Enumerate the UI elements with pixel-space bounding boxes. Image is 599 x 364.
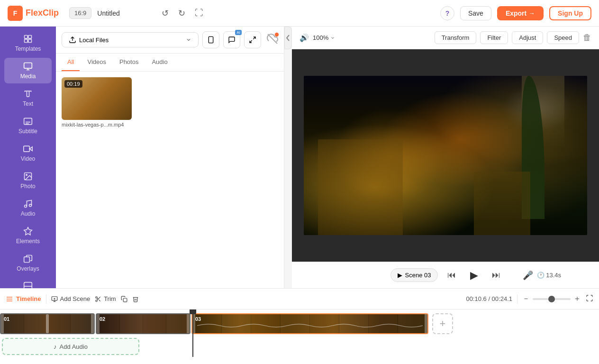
text-icon xyxy=(23,89,33,99)
fullscreen-media-button[interactable] xyxy=(244,31,261,48)
audio-icon xyxy=(23,199,33,209)
panel-collapse-button[interactable] xyxy=(284,27,292,49)
undo-button[interactable]: ↺ xyxy=(160,6,171,20)
time-display: 🕐 13.4s xyxy=(537,272,561,279)
clip-01[interactable]: 01 xyxy=(0,313,95,334)
scene-label: Scene 03 xyxy=(405,272,431,279)
preview-canvas xyxy=(292,49,599,262)
media-thumbnail: 00:19 xyxy=(62,77,132,120)
filter-button[interactable]: Filter xyxy=(480,31,508,44)
clip-01-handle-right[interactable] xyxy=(91,314,94,333)
ratio-badge[interactable]: 16:9 xyxy=(69,7,91,19)
music-note-icon: ♪ xyxy=(54,343,57,350)
export-button[interactable]: Export → xyxy=(497,6,544,20)
delete-button[interactable]: 🗑 xyxy=(583,33,591,43)
playhead-handle[interactable] xyxy=(190,309,196,314)
sidebar-item-media[interactable]: Media xyxy=(4,58,52,83)
preview-toolbar: 🔊 100% Transform Filter Adjust Speed 🗑 xyxy=(292,27,599,49)
sidebar-item-photo[interactable]: Photo xyxy=(4,168,52,193)
playhead[interactable] xyxy=(192,311,193,357)
sidebar-item-templates[interactable]: Templates xyxy=(4,30,52,56)
timeline-toolbar: Timeline Add Scene Trim 00:10.6 / 00:24.… xyxy=(0,289,599,309)
adjust-button[interactable]: Adjust xyxy=(512,31,543,44)
svg-line-33 xyxy=(99,300,100,301)
clip-01-label: 01 xyxy=(4,316,9,322)
svg-rect-16 xyxy=(209,36,213,43)
clip-01-handle-left[interactable] xyxy=(1,314,4,333)
svg-point-31 xyxy=(96,300,98,301)
timeline-content: 01 02 xyxy=(0,311,599,357)
add-audio-button[interactable]: ♪ Add Audio xyxy=(2,338,139,355)
sidebar-item-bkground[interactable]: BKground xyxy=(4,278,52,288)
save-button[interactable]: Save xyxy=(460,6,491,20)
duplicate-button[interactable] xyxy=(121,296,127,302)
fit-icon xyxy=(586,294,593,302)
ai-badge: AI xyxy=(235,30,242,35)
mic-button[interactable]: 🎤 xyxy=(523,270,533,281)
transform-button[interactable]: Transform xyxy=(435,31,477,44)
panel-toolbar: Local Files AI xyxy=(56,27,284,54)
svg-point-10 xyxy=(25,205,27,208)
upload-button[interactable]: Local Files xyxy=(62,32,199,47)
media-duration: 00:19 xyxy=(64,80,82,88)
tab-videos[interactable]: Videos xyxy=(82,54,112,71)
fullscreen-button[interactable]: ⛶ xyxy=(193,6,205,20)
tab-photos[interactable]: Photos xyxy=(114,54,144,71)
cloud-icon-area[interactable] xyxy=(267,33,278,46)
svg-line-19 xyxy=(250,40,252,43)
svg-marker-6 xyxy=(29,147,32,151)
redo-button[interactable]: ↻ xyxy=(176,6,187,20)
sidebar-item-subtitle[interactable]: Subtitle xyxy=(4,113,52,138)
scene-indicator[interactable]: ▶ Scene 03 xyxy=(390,268,438,282)
tab-audio[interactable]: Audio xyxy=(146,54,173,71)
logo-icon: F xyxy=(8,6,23,21)
clip-03-handle-right[interactable] xyxy=(425,314,427,333)
tab-all[interactable]: All xyxy=(62,54,80,71)
caption-button[interactable]: AI xyxy=(223,31,240,48)
zoom-out-button[interactable]: － xyxy=(522,294,530,304)
volume-percentage: 100% xyxy=(313,34,335,41)
add-clip-button[interactable]: + xyxy=(432,313,453,334)
sidebar-item-media-label: Media xyxy=(20,73,36,80)
svg-line-34 xyxy=(97,298,98,299)
list-item[interactable]: 00:19 mixkit-las-vegas-p...m.mp4 xyxy=(62,77,133,127)
signup-button[interactable]: Sign Up xyxy=(549,6,591,20)
cloud-notification-dot xyxy=(274,32,279,37)
fit-button[interactable] xyxy=(586,294,593,304)
zoom-slider[interactable] xyxy=(533,298,571,300)
logo-text: FlexClip xyxy=(26,8,59,18)
title-input[interactable] xyxy=(97,9,154,17)
clip-02-handle-left[interactable] xyxy=(97,314,100,333)
zoom-in-button[interactable]: ＋ xyxy=(573,294,581,304)
phone-upload-button[interactable] xyxy=(202,31,219,48)
skip-back-button[interactable]: ⏮ xyxy=(447,270,456,280)
volume-button[interactable]: 🔊 xyxy=(300,33,309,42)
preview-controls: ▶ Scene 03 ⏮ ▶ ⏭ 🎤 🕐 13.4s xyxy=(292,262,599,288)
delete-clip-button[interactable] xyxy=(132,296,139,302)
timeline-timestamp: 00:10.6 / 00:24.1 xyxy=(466,295,512,302)
play-button[interactable]: ▶ xyxy=(465,267,482,284)
trim-icon xyxy=(95,296,101,302)
sidebar-item-elements[interactable]: Elements xyxy=(4,223,52,248)
duplicate-icon xyxy=(121,296,127,302)
skip-forward-button[interactable]: ⏭ xyxy=(492,270,500,280)
clip-02[interactable]: 02 xyxy=(96,313,191,334)
svg-rect-2 xyxy=(25,39,28,43)
sidebar-item-video[interactable]: Video xyxy=(4,140,52,166)
sidebar-item-overlays-label: Overlays xyxy=(17,265,39,272)
photo-icon xyxy=(23,172,33,181)
add-audio-label: Add Audio xyxy=(60,343,88,350)
sidebar-item-overlays[interactable]: Overlays xyxy=(4,250,52,276)
clip-01-trim-handle[interactable] xyxy=(46,314,49,333)
clip-02-handle-right[interactable] xyxy=(187,314,190,333)
speed-button[interactable]: Speed xyxy=(547,31,579,44)
sidebar-item-text[interactable]: Text xyxy=(4,85,52,111)
media-filename: mixkit-las-vegas-p...m.mp4 xyxy=(62,122,133,127)
zoom-thumb[interactable] xyxy=(548,296,555,302)
clip-03[interactable]: 03 xyxy=(191,313,428,334)
trim-button[interactable]: Trim xyxy=(95,295,116,302)
add-scene-button[interactable]: Add Scene xyxy=(51,295,91,302)
help-button[interactable]: ? xyxy=(440,6,454,20)
sidebar: Templates Media Text Subtitle Video Phot… xyxy=(0,27,56,288)
sidebar-item-audio[interactable]: Audio xyxy=(4,195,52,221)
